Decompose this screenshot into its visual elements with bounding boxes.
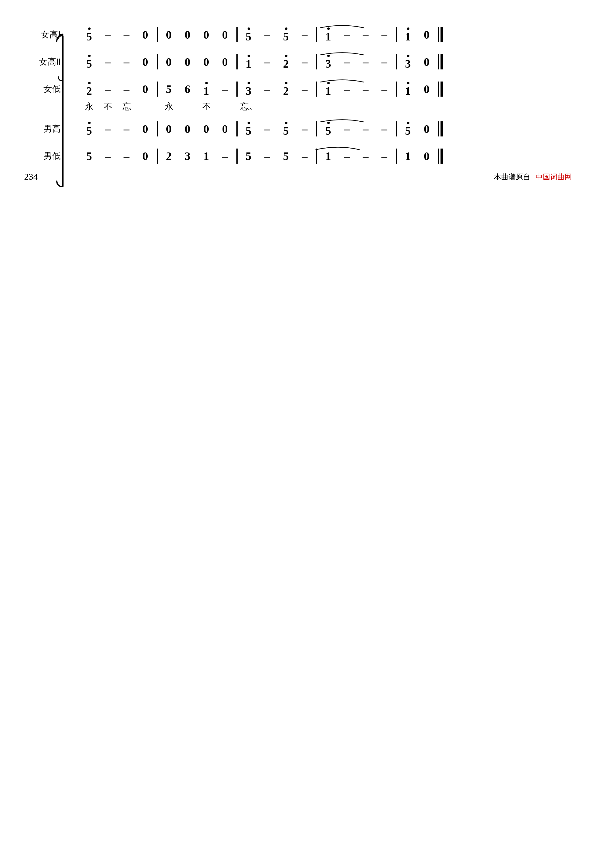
- label-alto: 女低: [24, 83, 63, 95]
- page-content: 女高Ⅰ 5 – – 0: [0, 0, 596, 197]
- label-soprano2: 女高Ⅱ: [24, 56, 63, 68]
- label-bass: 男低: [24, 151, 63, 162]
- notes-bass: 5 – – 0 2 3 1 – 5 – 5 –: [80, 146, 443, 167]
- score-container: 女高Ⅰ 5 – – 0: [24, 24, 572, 167]
- page-number: 234: [24, 171, 38, 182]
- notes-soprano2: 5 – – 0 0 0 0 0 1: [80, 51, 443, 72]
- note-s1-tie-start: 1: [319, 28, 338, 42]
- voice-row-alto: 女低 2 – – 0: [24, 78, 572, 112]
- notes-tenor: 5 – – 0 0 0 0 0 5: [80, 118, 443, 139]
- footer-attribution: 本曲谱原自 中国词曲网: [494, 172, 572, 182]
- voice-row-tenor: 男高 5 – – 0 0 0 0: [24, 118, 572, 139]
- voice-row-bass: 男低 5 – – 0 2 3 1 –: [24, 146, 572, 167]
- label-soprano1: 女高Ⅰ: [24, 29, 63, 40]
- label-tenor: 男高: [24, 123, 63, 135]
- notes-soprano1: 5 – – 0 0 0 0 0: [80, 24, 443, 45]
- attribution-site: 中国词曲网: [536, 173, 572, 181]
- notes-alto: 2 – – 0 5 6 1 –: [80, 78, 443, 100]
- lyrics-alto: 永 不 忘 永 不 忘。: [80, 101, 258, 112]
- voice-row-soprano2: 女高Ⅱ 5 – – 0 0 0 0: [24, 51, 572, 72]
- attribution-label: 本曲谱原自: [494, 173, 530, 181]
- note-s1-tie-end: 1: [399, 28, 417, 42]
- voice-row-soprano1: 女高Ⅰ 5 – – 0: [24, 24, 572, 45]
